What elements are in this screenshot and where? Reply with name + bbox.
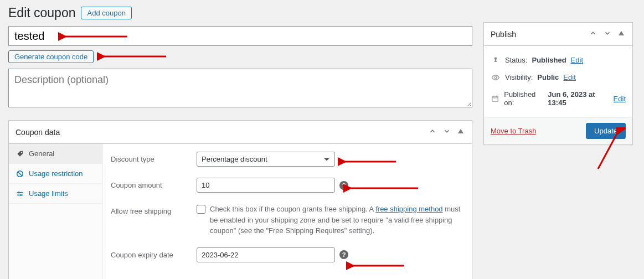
chevron-down-icon — [604, 29, 611, 37]
general-panel: Discount type Percentage discount Coupon… — [103, 144, 472, 279]
page-title: Edit coupon — [8, 6, 75, 20]
tab-usage-restriction[interactable]: Usage restriction — [9, 164, 102, 184]
publish-title: Publish — [491, 30, 516, 39]
coupon-expiry-label: Coupon expiry date — [111, 247, 197, 259]
toggle-panel-button[interactable] — [456, 127, 465, 137]
coupon-description-input[interactable] — [8, 69, 472, 107]
coupon-expiry-input[interactable] — [197, 247, 335, 262]
free-shipping-method-link[interactable]: free shipping method — [375, 205, 442, 213]
help-icon[interactable]: ? — [339, 181, 348, 190]
tab-usage-restriction-label: Usage restriction — [29, 169, 83, 178]
chevron-up-icon — [589, 29, 597, 37]
chevron-up-icon — [429, 127, 436, 135]
svg-marker-7 — [619, 31, 624, 35]
edit-status-link[interactable]: Edit — [571, 56, 583, 64]
free-shipping-checkbox[interactable] — [197, 205, 205, 214]
svg-rect-9 — [492, 96, 498, 101]
triangle-up-icon — [457, 128, 464, 135]
discount-type-select[interactable]: Percentage discount — [197, 152, 335, 167]
toggle-panel-button[interactable] — [617, 29, 626, 39]
tab-general-label: General — [29, 149, 54, 158]
publish-box: Publish S — [483, 22, 633, 145]
coupon-data-box: Coupon data — [8, 120, 472, 279]
coupon-data-tabs: General Usage restriction Usage limits — [9, 144, 103, 279]
coupon-data-title: Coupon data — [16, 128, 60, 137]
free-shipping-label: Allow free shipping — [111, 204, 197, 215]
pin-icon — [491, 56, 501, 64]
tab-general[interactable]: General — [9, 144, 102, 164]
svg-point-8 — [494, 76, 497, 79]
coupon-amount-input[interactable] — [197, 178, 335, 193]
discount-type-label: Discount type — [111, 152, 197, 163]
coupon-code-input[interactable] — [8, 26, 472, 46]
move-up-button[interactable] — [427, 126, 437, 138]
sliders-icon — [16, 190, 24, 198]
svg-line-2 — [18, 171, 22, 175]
coupon-amount-label: Coupon amount — [111, 178, 197, 189]
tag-icon — [16, 150, 24, 158]
published-value: Jun 6, 2023 at 13:45 — [548, 90, 609, 107]
status-label: Status: — [505, 56, 527, 64]
move-down-button[interactable] — [602, 28, 612, 40]
visibility-value: Public — [537, 73, 559, 81]
free-shipping-description: Check this box if the coupon grants free… — [210, 204, 464, 236]
edit-date-link[interactable]: Edit — [614, 95, 626, 103]
tab-usage-limits-label: Usage limits — [29, 189, 68, 198]
move-to-trash-link[interactable]: Move to Trash — [491, 127, 536, 135]
status-value: Published — [532, 56, 566, 64]
move-down-button[interactable] — [442, 126, 452, 138]
published-label: Published on: — [504, 90, 543, 107]
tab-usage-limits[interactable]: Usage limits — [9, 184, 102, 204]
help-icon[interactable]: ? — [339, 250, 348, 259]
calendar-icon — [491, 95, 499, 102]
edit-visibility-link[interactable]: Edit — [563, 73, 575, 81]
chevron-down-icon — [443, 127, 451, 135]
generate-coupon-code-button[interactable]: Generate coupon code — [8, 50, 94, 63]
update-button[interactable]: Update — [586, 123, 626, 139]
ban-icon — [16, 170, 24, 178]
move-up-button[interactable] — [588, 28, 598, 40]
triangle-up-icon — [618, 30, 625, 37]
svg-marker-0 — [458, 129, 463, 133]
eye-icon — [491, 74, 501, 81]
visibility-label: Visibility: — [505, 73, 533, 81]
add-coupon-button[interactable]: Add coupon — [81, 7, 131, 19]
